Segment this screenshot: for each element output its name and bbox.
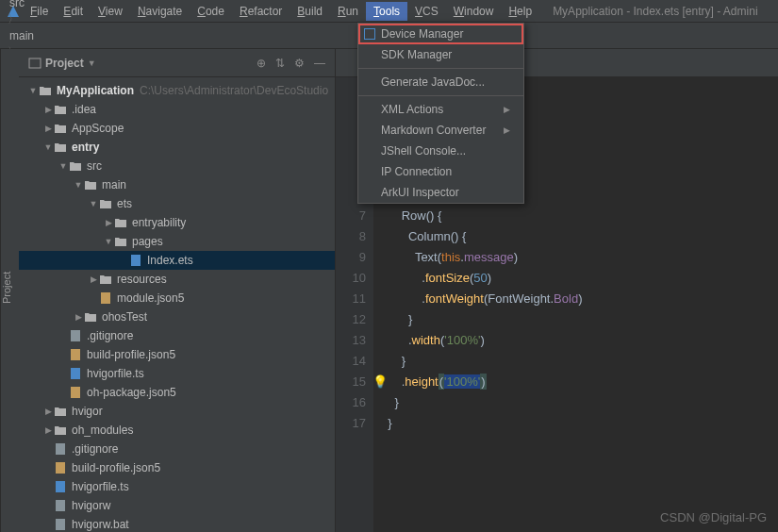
file-icon [53, 499, 68, 512]
svg-rect-13 [56, 519, 65, 530]
menu-run[interactable]: Run [330, 2, 366, 21]
tree-node[interactable]: oh-package.json5 [19, 383, 335, 402]
menu-item-generate-javadoc-[interactable]: Generate JavaDoc... [358, 72, 523, 92]
menubar: FileEditViewNavigateCodeRefactorBuildRun… [0, 0, 778, 23]
json-icon [98, 291, 113, 305]
menu-help[interactable]: Help [501, 2, 539, 21]
chevron-icon[interactable]: ▶ [43, 425, 53, 435]
chevron-icon[interactable]: ▼ [89, 199, 98, 208]
tree-node-label: hvigorw.bat [72, 518, 129, 531]
tree-node[interactable]: ▼pages [19, 232, 335, 251]
tree-node-label: hvigor [72, 405, 103, 418]
chevron-icon[interactable]: ▼ [43, 142, 53, 152]
tree-node-label: ohosTest [102, 310, 147, 324]
menu-vcs[interactable]: VCS [407, 2, 446, 21]
tree-node[interactable]: ▼src [19, 157, 335, 175]
svg-rect-10 [56, 462, 65, 474]
tool-window-tab-project[interactable]: Project [0, 49, 19, 532]
code-line: Text(this.message) [381, 247, 582, 268]
tree-node[interactable]: build-profile.json5 [19, 345, 335, 364]
tree-node[interactable]: ▶oh_modules [19, 421, 335, 440]
tree-node[interactable]: ▶AppScope [19, 119, 335, 138]
menu-build[interactable]: Build [290, 2, 330, 21]
tree-node[interactable]: .gitignore [19, 440, 335, 458]
tree-node[interactable]: ▶ohosTest [19, 308, 335, 326]
tree-node[interactable]: ▶.idea [19, 100, 335, 119]
chevron-icon[interactable]: ▶ [104, 218, 113, 227]
chevron-icon[interactable]: ▶ [89, 274, 98, 284]
target-icon[interactable]: ⊕ [257, 57, 266, 70]
folder-icon [83, 311, 98, 323]
tree-node[interactable]: ▼main [19, 175, 335, 194]
folder-icon [113, 236, 128, 247]
tree-node[interactable]: hvigorw.bat [19, 515, 335, 532]
tree-node-label: entry [72, 141, 99, 154]
menu-item-device-manager[interactable]: Device Manager [358, 24, 523, 44]
menu-item-arkui-inspector[interactable]: ArkUI Inspector [358, 182, 523, 203]
tree-node[interactable]: ▶entryability [19, 213, 335, 232]
tree-node[interactable]: hvigorw [19, 496, 335, 515]
chevron-icon[interactable]: ▼ [28, 86, 38, 95]
window-title: MyApplication - Index.ets [entry] - Admi… [553, 5, 757, 18]
code-line: Column() { [381, 226, 582, 247]
watermark: CSDN @Digital-PG [660, 510, 767, 524]
menu-view[interactable]: View [91, 2, 130, 21]
menu-refactor[interactable]: Refactor [232, 2, 290, 21]
tree-node[interactable]: module.json5 [19, 289, 335, 308]
tree-node[interactable]: .gitignore [19, 326, 335, 345]
tree-node[interactable]: hvigorfile.ts [19, 364, 335, 383]
ets-icon [128, 254, 143, 267]
menu-tools[interactable]: Tools [366, 2, 407, 21]
menu-item-markdown-converter[interactable]: Markdown Converter▶ [358, 120, 523, 141]
chevron-icon[interactable]: ▼ [58, 161, 68, 171]
intention-bulb-icon[interactable]: 💡 [372, 372, 388, 392]
svg-rect-9 [56, 443, 65, 455]
project-panel: Project ▼ ⊕ ⇅ ⚙ — ▼MyApplicationC:\Users… [19, 49, 336, 532]
tree-node[interactable]: ▼ets [19, 194, 335, 213]
chevron-right-icon: ▶ [504, 105, 510, 114]
json-icon [68, 386, 83, 399]
chevron-icon[interactable]: ▶ [43, 407, 53, 416]
tree-node-label: main [102, 178, 126, 191]
minimize-icon[interactable]: — [314, 57, 325, 70]
folder-icon [53, 141, 68, 153]
project-icon [28, 57, 41, 70]
menu-item-sdk-manager[interactable]: SDK Manager [358, 44, 523, 65]
chevron-icon[interactable]: ▶ [43, 105, 53, 114]
tree-node[interactable]: ▶hvigor [19, 402, 335, 421]
svg-rect-3 [131, 255, 141, 266]
menu-item-ip-connection[interactable]: IP Connection [358, 161, 523, 182]
code-line: Row() { [381, 206, 582, 226]
tree-node-label: AppScope [72, 122, 124, 135]
chevron-icon[interactable]: ▼ [74, 180, 83, 190]
tree-node[interactable]: build-profile.json5 [19, 458, 335, 477]
tree-node-label: .gitignore [72, 442, 118, 456]
menu-item-jshell-console-[interactable]: JShell Console... [358, 141, 523, 161]
chevron-icon[interactable]: ▼ [104, 237, 113, 246]
tree-node[interactable]: ▼entry [19, 138, 335, 157]
breadcrumb-item[interactable]: src [6, 0, 91, 11]
tree-node[interactable]: ▶resources [19, 270, 335, 289]
tree-node[interactable]: hvigorfile.ts [19, 477, 335, 496]
chevron-icon[interactable]: ▶ [74, 312, 83, 322]
tree-node-label: oh-package.json5 [87, 386, 176, 399]
tree-node-label: module.json5 [117, 291, 184, 305]
menu-item-xml-actions[interactable]: XML Actions▶ [358, 99, 523, 120]
expand-icon[interactable]: ⇅ [275, 57, 285, 70]
breadcrumb-item[interactable]: main [6, 27, 91, 44]
menu-code[interactable]: Code [190, 2, 232, 21]
chevron-right-icon: ▶ [504, 125, 510, 135]
svg-rect-11 [56, 481, 65, 492]
menu-navigate[interactable]: Navigate [130, 2, 190, 21]
code-line: } [381, 413, 582, 434]
tree-node[interactable]: ▼MyApplicationC:\Users\Administrator\Dev… [19, 81, 335, 100]
gear-icon[interactable]: ⚙ [294, 57, 305, 70]
code-line: } [381, 351, 582, 372]
project-tree[interactable]: ▼MyApplicationC:\Users\Administrator\Dev… [19, 77, 335, 532]
tree-node[interactable]: Index.ets [19, 251, 335, 270]
svg-rect-6 [71, 349, 80, 360]
dropdown-arrow-icon[interactable]: ▼ [88, 58, 96, 68]
menu-window[interactable]: Window [446, 2, 502, 21]
chevron-icon[interactable]: ▶ [43, 124, 53, 133]
folder-icon [53, 406, 68, 417]
